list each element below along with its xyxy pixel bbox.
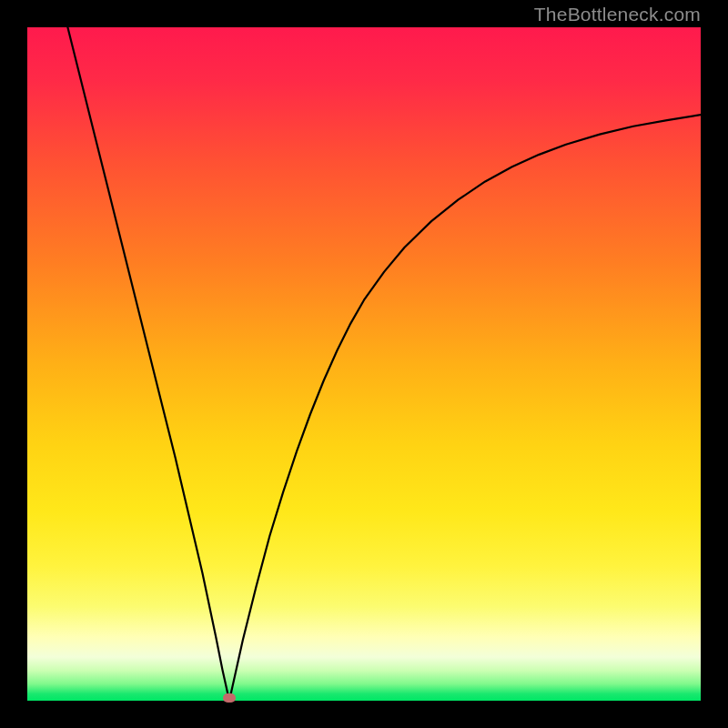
- optimal-point-marker: [223, 693, 236, 703]
- plot-area: [27, 27, 701, 701]
- watermark: TheBottleneck.com: [534, 4, 701, 25]
- chart-container: TheBottleneck.com: [0, 0, 728, 728]
- bottleneck-curve: [27, 27, 701, 701]
